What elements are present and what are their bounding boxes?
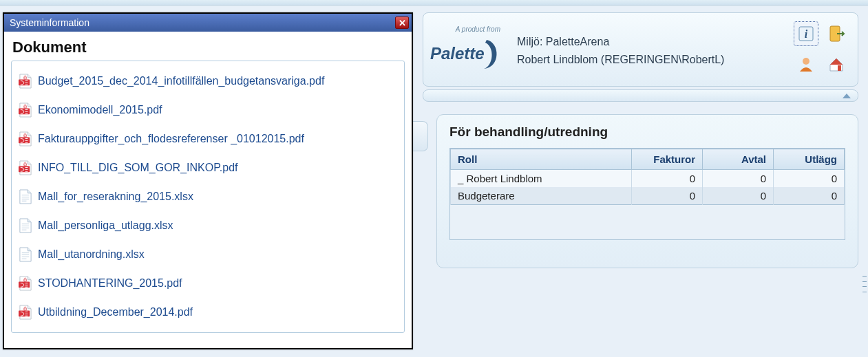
document-name: Utbildning_December_2014.pdf [38, 306, 193, 318]
file-icon [19, 189, 32, 204]
document-name: STODHANTERING_2015.pdf [38, 277, 182, 290]
file-icon [19, 218, 32, 233]
cell-fakturor: 0 [632, 187, 703, 205]
table-header-row: Roll Fakturor Avtal Utlägg [451, 149, 845, 170]
svg-text:i: i [805, 28, 808, 40]
col-roll[interactable]: Roll [451, 149, 632, 170]
env-label: Miljö: [517, 36, 546, 47]
collapse-bar[interactable] [423, 89, 858, 102]
pdf-icon [19, 276, 32, 291]
document-link[interactable]: Utbildning_December_2014.pdf [16, 298, 400, 327]
document-link[interactable]: Mall_personliga_utlagg.xlsx [16, 211, 400, 240]
document-name: Fakturauppgifter_och_flodesreferenser _0… [38, 133, 304, 145]
svg-rect-4 [838, 65, 841, 71]
document-link[interactable]: INFO_TILL_DIG_SOM_GOR_INKOP.pdf [16, 153, 400, 182]
document-name: Ekonomimodell_2015.pdf [38, 104, 162, 116]
app-header: A product from Palette Miljö: PaletteAre… [423, 12, 858, 87]
user-identity: Robert Lindblom (REGERINGEN\RobertL) [517, 51, 782, 69]
col-utlagg[interactable]: Utlägg [774, 149, 845, 170]
brand-word: Palette [430, 44, 485, 63]
system-information-dialog: Systeminformation ✕ Dokument Budget_2015… [3, 12, 413, 349]
pdf-icon [19, 160, 32, 175]
cell-utlagg: 0 [774, 187, 845, 205]
file-icon [19, 247, 32, 262]
user-icon[interactable] [794, 52, 818, 76]
document-name: Mall_utanordning.xlsx [38, 248, 145, 261]
document-link[interactable]: STODHANTERING_2015.pdf [16, 269, 400, 298]
document-link[interactable]: Fakturauppgifter_och_flodesreferenser _0… [16, 125, 400, 153]
close-icon[interactable]: ✕ [395, 17, 409, 29]
dialog-heading: Dokument [12, 39, 405, 56]
brand-tagline: A product from [456, 25, 500, 33]
table-row[interactable]: _ Robert Lindblom000 [451, 170, 845, 188]
document-name: Mall_for_reserakning_2015.xlsx [38, 191, 193, 203]
pdf-icon [19, 74, 32, 89]
home-icon[interactable] [825, 52, 848, 76]
brand-logo: A product from Palette [429, 25, 505, 74]
document-list: Budget_2015_dec_2014_infotillfällen_budg… [11, 61, 405, 333]
document-link[interactable]: Mall_utanordning.xlsx [16, 240, 400, 269]
cell-avtal: 0 [703, 187, 774, 205]
pdf-icon [19, 131, 32, 147]
svg-point-3 [803, 58, 809, 65]
cell-roll: _ Robert Lindblom [451, 170, 632, 188]
user-info: Miljö: PaletteArena Robert Lindblom (REG… [517, 30, 782, 68]
cell-avtal: 0 [703, 170, 774, 188]
chevron-up-icon [843, 94, 851, 98]
dialog-titlebar[interactable]: Systeminformation ✕ [4, 14, 412, 32]
col-fakturor[interactable]: Fakturor [632, 149, 703, 170]
side-tab-handle[interactable] [413, 121, 428, 151]
env-value: PaletteArena [546, 36, 610, 47]
pdf-icon [19, 102, 32, 118]
resize-gripper-icon[interactable] [861, 274, 868, 294]
table-row[interactable]: Budgeterare000 [451, 187, 845, 205]
pdf-icon [19, 305, 32, 320]
document-name: INFO_TILL_DIG_SOM_GOR_INKOP.pdf [38, 162, 237, 174]
cell-roll: Budgeterare [451, 187, 632, 205]
dialog-title: Systeminformation [10, 17, 89, 28]
cell-fakturor: 0 [632, 170, 703, 188]
window-top-strip [0, 0, 868, 6]
col-avtal[interactable]: Avtal [703, 149, 774, 170]
info-icon[interactable]: i [794, 22, 818, 45]
document-link[interactable]: Mall_for_reserakning_2015.xlsx [16, 182, 400, 211]
logout-icon[interactable] [825, 22, 848, 45]
document-link[interactable]: Ekonomimodell_2015.pdf [16, 96, 400, 125]
document-link[interactable]: Budget_2015_dec_2014_infotillfällen_budg… [16, 67, 400, 96]
processing-table: Roll Fakturor Avtal Utlägg _ Robert Lind… [450, 149, 845, 205]
document-name: Mall_personliga_utlagg.xlsx [38, 219, 173, 232]
processing-panel: För behandling/utredning Roll Fakturor A… [436, 114, 858, 268]
document-name: Budget_2015_dec_2014_infotillfällen_budg… [38, 75, 324, 87]
panel-title: För behandling/utredning [449, 125, 845, 140]
cell-utlagg: 0 [774, 170, 845, 188]
